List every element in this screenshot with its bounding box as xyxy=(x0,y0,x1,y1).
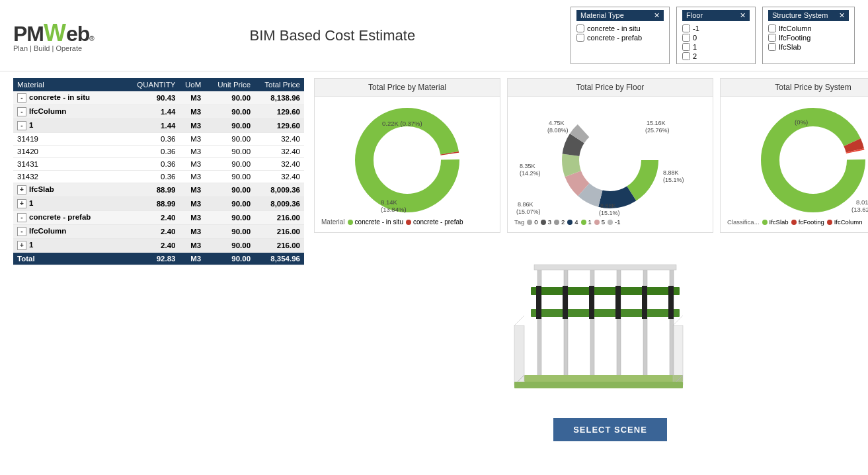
row-unit: 90.00 xyxy=(205,105,255,119)
row-unit: 90.00 xyxy=(205,183,255,197)
expand-icon[interactable]: - xyxy=(17,93,26,103)
expand-icon[interactable]: - xyxy=(17,227,26,236)
svg-text:8.86K: 8.86K xyxy=(518,201,533,208)
total-qty: 92.83 xyxy=(130,253,179,265)
total-total: 8,354.96 xyxy=(255,253,304,265)
svg-rect-28 xyxy=(534,265,676,270)
svg-rect-33 xyxy=(589,286,594,319)
row-label: -1 xyxy=(13,119,130,133)
table-row: 31432 0.36 M3 90.00 32.40 xyxy=(13,171,304,183)
filter-ifcfooting[interactable]: IfcFooting xyxy=(768,33,849,42)
row-label: -concrete - in situ xyxy=(13,91,130,105)
floor-donut: 4.75K (8.08%) 15.16K (25.76%) 8.35K (14.… xyxy=(514,103,706,216)
svg-rect-42 xyxy=(514,325,524,385)
logo-pm: PM xyxy=(13,22,44,46)
svg-rect-32 xyxy=(563,286,568,319)
row-label: +IfcSlab xyxy=(13,183,130,197)
row-qty: 0.36 xyxy=(130,171,179,183)
system-legend: Classifica... IfcSlab fcFooting IfcColum… xyxy=(727,218,868,226)
legend-tag-neg1: -1 xyxy=(608,218,620,226)
total-uom: M3 xyxy=(179,253,205,265)
material-type-title: Material Type ✕ xyxy=(576,10,664,21)
row-label: +1 xyxy=(13,197,130,211)
row-total: 216.00 xyxy=(255,211,304,225)
svg-rect-30 xyxy=(531,287,680,295)
table-row: -1 1.44 M3 90.00 129.60 xyxy=(13,119,304,133)
legend-tag-0-dot xyxy=(527,220,532,225)
material-chart-title: Total Price by Material xyxy=(314,78,500,97)
legend-tag-5-dot xyxy=(594,220,600,225)
material-type-filter[interactable]: Material Type ✕ concrete - in situ concr… xyxy=(571,7,670,64)
row-label: 31420 xyxy=(13,146,130,158)
svg-text:8.01K: 8.01K xyxy=(856,198,868,206)
svg-rect-36 xyxy=(668,286,674,319)
filter-concrete-prefab[interactable]: concrete - prefab xyxy=(576,33,664,42)
svg-rect-35 xyxy=(642,286,647,319)
svg-text:8.35K: 8.35K xyxy=(520,163,535,169)
svg-text:(14.2%): (14.2%) xyxy=(520,170,541,177)
row-total: 32.40 xyxy=(255,171,304,183)
expand-icon[interactable]: - xyxy=(17,213,26,222)
floor-legend: Tag 0 3 2 4 1 5 -1 xyxy=(514,218,706,226)
floor-filter[interactable]: Floor ✕ -1 0 1 2 xyxy=(676,7,756,64)
system-donut-svg: (0%) 8.01K (13.62%) xyxy=(727,102,868,218)
svg-rect-16 xyxy=(564,312,568,378)
col-total-price: Total Price xyxy=(255,78,304,91)
expand-icon[interactable]: - xyxy=(17,107,26,116)
legend-ifccolumn: IfcColumn xyxy=(827,218,863,226)
row-qty: 88.99 xyxy=(130,197,179,211)
material-chart-body: 0.22K (0.37%) 8.14K (13.84%) Material co… xyxy=(314,97,500,233)
svg-rect-19 xyxy=(643,312,647,378)
row-unit: 90.00 xyxy=(205,119,255,133)
table-row: 31419 0.36 M3 90.00 32.40 xyxy=(13,133,304,146)
legend-insitu-dot xyxy=(348,220,353,225)
row-unit: 90.00 xyxy=(205,91,255,105)
legend-tag-2: 2 xyxy=(554,218,565,226)
table-row: +1 2.40 M3 90.00 216.00 xyxy=(13,239,304,253)
table-row: -IfcColumn 1.44 M3 90.00 129.60 xyxy=(13,105,304,119)
row-uom: M3 xyxy=(179,183,205,197)
row-label: 31432 xyxy=(13,171,130,183)
select-scene-button[interactable]: SELECT SCENE xyxy=(553,418,667,441)
row-qty: 0.36 xyxy=(130,146,179,158)
row-qty: 1.44 xyxy=(130,119,179,133)
structure-system-filter[interactable]: Structure System ✕ IfcColumn IfcFooting … xyxy=(762,7,855,64)
row-total: 216.00 xyxy=(255,225,304,239)
col-uom: UoM xyxy=(179,78,205,91)
legend-ifcslab-dot xyxy=(762,220,768,225)
system-chart-title: Total Price by System xyxy=(720,78,868,97)
row-total: 32.40 xyxy=(255,146,304,158)
legend-tag-5: 5 xyxy=(594,218,605,226)
filter-floor-2[interactable]: 2 xyxy=(682,52,750,61)
row-unit: 90.00 xyxy=(205,211,255,225)
row-qty: 90.43 xyxy=(130,91,179,105)
svg-text:(13.62%): (13.62%) xyxy=(851,206,868,213)
material-legend: Material concrete - in situ concrete - p… xyxy=(321,218,493,226)
row-label: +1 xyxy=(13,239,130,253)
row-uom: M3 xyxy=(179,133,205,146)
filter-concrete-insitu[interactable]: concrete - in situ xyxy=(576,24,664,33)
expand-icon[interactable]: + xyxy=(17,199,26,208)
filter-floor-neg1[interactable]: -1 xyxy=(682,24,750,33)
data-table: Material QUANTITY UoM Unit Price Total P… xyxy=(13,78,304,448)
legend-tag-3: 3 xyxy=(541,218,551,226)
svg-text:8.88K: 8.88K xyxy=(663,169,679,176)
row-total: 32.40 xyxy=(255,133,304,146)
charts-row: Total Price by Material 0.22K (0.37%) xyxy=(314,78,868,233)
col-material: Material xyxy=(13,78,130,91)
expand-icon[interactable]: + xyxy=(17,185,26,194)
expand-icon[interactable]: + xyxy=(17,241,26,250)
expand-icon[interactable]: - xyxy=(17,121,26,130)
filter-floor-0[interactable]: 0 xyxy=(682,33,750,42)
svg-rect-34 xyxy=(615,286,621,319)
filter-floor-1[interactable]: 1 xyxy=(682,42,750,52)
right-panel: Total Price by Material 0.22K (0.37%) xyxy=(314,78,868,448)
material-label-pct: (13.84%) xyxy=(381,206,407,213)
filter-ifccolumn[interactable]: IfcColumn xyxy=(768,24,849,33)
legend-tag-1-dot xyxy=(581,220,586,225)
col-quantity: QUANTITY xyxy=(130,78,179,91)
legend-prefab-dot xyxy=(406,220,411,225)
filter-ifcslab[interactable]: IfcSlab xyxy=(768,42,849,52)
logo: PM W eb ® Plan | Build | Operate xyxy=(13,19,95,52)
row-label: -IfcColumn xyxy=(13,225,130,239)
